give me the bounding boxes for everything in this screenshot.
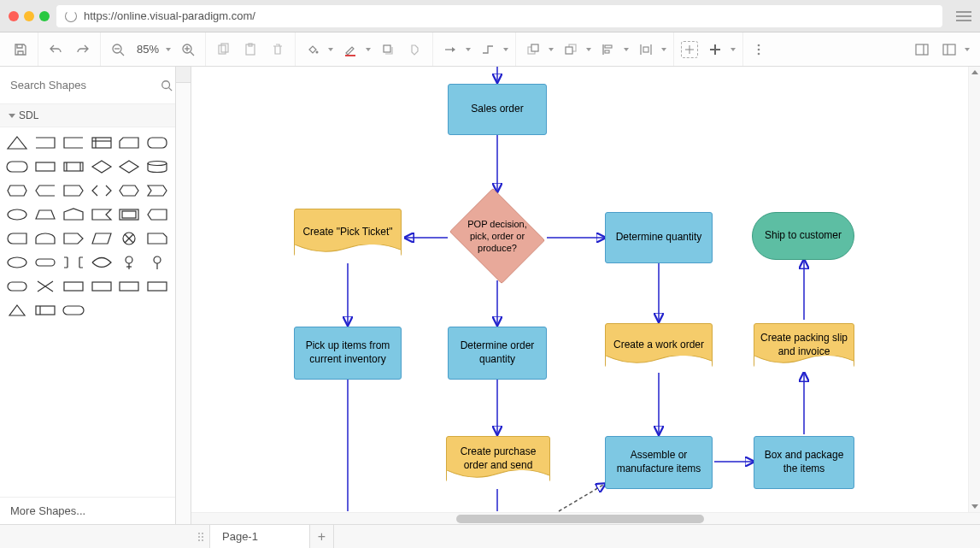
horizontal-scrollbar[interactable] <box>191 512 980 524</box>
format-painter-button[interactable] <box>405 39 425 60</box>
select-tool-button[interactable] <box>681 41 698 58</box>
window-close-button[interactable] <box>9 11 19 21</box>
shape-stadium[interactable] <box>33 254 57 271</box>
window-minimize-button[interactable] <box>24 11 34 21</box>
outline-panel-button[interactable] <box>939 39 959 60</box>
shape-triangle2[interactable] <box>5 302 29 319</box>
align-dropdown-icon[interactable] <box>624 48 629 51</box>
shape-diamond2[interactable] <box>117 158 141 175</box>
shape-rect3[interactable] <box>62 278 85 295</box>
node-det-order-qty[interactable]: Determine order quantity <box>448 327 547 380</box>
shape-tag-notch[interactable] <box>145 182 169 199</box>
copy-button[interactable] <box>213 39 233 60</box>
delete-button[interactable] <box>267 39 288 60</box>
line-color-button[interactable] <box>340 39 361 60</box>
shape-triangle[interactable] <box>5 134 29 151</box>
shape-diamond[interactable] <box>90 158 114 175</box>
page-tab[interactable]: Page-1 <box>210 525 310 548</box>
window-maximize-button[interactable] <box>39 11 50 21</box>
shape-tag-right[interactable] <box>62 182 85 199</box>
front-dropdown-icon[interactable] <box>549 48 554 51</box>
node-determine-qty[interactable]: Determine quantity <box>605 212 713 263</box>
node-packing-slip[interactable]: Create packing slip and invoice <box>754 323 854 368</box>
save-button[interactable] <box>10 39 31 60</box>
fill-color-button[interactable] <box>302 39 323 60</box>
shape-trapezoid[interactable] <box>33 206 57 223</box>
undo-button[interactable] <box>45 39 66 60</box>
distribute-dropdown-icon[interactable] <box>661 48 666 51</box>
shape-rect4[interactable] <box>90 278 114 295</box>
vertical-scrollbar[interactable] <box>968 67 980 512</box>
shape-rect-notch-left[interactable] <box>145 206 169 223</box>
shape-stadium-open[interactable] <box>5 230 29 247</box>
shape-display[interactable] <box>5 182 29 199</box>
shape-bracket-left[interactable] <box>33 182 57 199</box>
shadow-button[interactable] <box>378 39 398 60</box>
zoom-value[interactable]: 85% <box>135 43 161 56</box>
line-dropdown-icon[interactable] <box>366 48 371 51</box>
node-sales-order[interactable]: Sales order <box>448 84 547 135</box>
shape-female[interactable] <box>117 254 141 271</box>
shape-capsule[interactable] <box>5 278 29 295</box>
shape-library-header[interactable]: SDL <box>0 104 175 127</box>
shape-hex-pill[interactable] <box>62 302 85 319</box>
shape-ellipse2[interactable] <box>5 254 29 271</box>
shape-parallelogram[interactable] <box>90 230 114 247</box>
zoom-in-button[interactable] <box>178 39 198 60</box>
node-purchase-order[interactable]: Create purchase order and send <box>446 436 550 482</box>
shape-angle-brackets[interactable] <box>90 182 114 199</box>
back-dropdown-icon[interactable] <box>586 48 591 51</box>
node-pick-ticket[interactable]: Create "Pick Ticket" <box>294 209 402 256</box>
shape-hexagon[interactable] <box>117 182 141 199</box>
reload-icon[interactable] <box>65 10 77 22</box>
zoom-out-button[interactable] <box>108 39 128 60</box>
shape-double-box[interactable] <box>117 206 141 223</box>
shape-brackets[interactable] <box>62 254 85 271</box>
fill-dropdown-icon[interactable] <box>328 48 333 51</box>
insert-dropdown-icon[interactable] <box>731 48 736 51</box>
shape-rect-open-left[interactable] <box>62 134 85 151</box>
zoom-dropdown-icon[interactable] <box>166 48 171 51</box>
shape-predefined[interactable] <box>62 158 85 175</box>
url-bar[interactable]: https://online.visual-paradigm.com/ <box>56 5 942 27</box>
paste-button[interactable] <box>240 39 261 60</box>
node-pickup-items[interactable]: Pick up items from current inventory <box>294 327 402 380</box>
shape-box-notch[interactable] <box>145 230 169 247</box>
shape-flag-right[interactable] <box>90 206 114 223</box>
shape-rect-open-right[interactable] <box>33 134 57 151</box>
shape-card[interactable] <box>117 134 141 151</box>
more-shapes-button[interactable]: More Shapes... <box>0 497 175 524</box>
overflow-menu-button[interactable] <box>748 39 769 60</box>
connector-style-button[interactable] <box>440 39 461 60</box>
node-pop-decision[interactable]: POP decision, pick, order or produce? <box>446 193 549 279</box>
format-panel-button[interactable] <box>912 39 932 60</box>
waypoint-dropdown-icon[interactable] <box>503 48 508 51</box>
to-back-button[interactable] <box>560 39 581 60</box>
connector-dropdown-icon[interactable] <box>466 48 471 51</box>
browser-menu-button[interactable] <box>956 11 971 21</box>
align-button[interactable] <box>598 39 619 60</box>
add-page-button[interactable]: + <box>310 525 334 548</box>
shape-rect[interactable] <box>33 158 57 175</box>
shape-female2[interactable] <box>145 254 169 271</box>
search-icon[interactable] <box>157 80 176 91</box>
shape-rounded-rect[interactable] <box>145 134 169 151</box>
shape-rect6[interactable] <box>145 278 169 295</box>
redo-button[interactable] <box>73 39 93 60</box>
shape-ellipse[interactable] <box>5 206 29 223</box>
shape-arrow-home[interactable] <box>62 230 85 247</box>
shape-internal-storage[interactable] <box>90 134 114 151</box>
node-assemble[interactable]: Assemble or manufacture items <box>605 436 713 489</box>
to-front-button[interactable] <box>523 39 543 60</box>
shape-rect5[interactable] <box>117 278 141 295</box>
node-box-package[interactable]: Box and package the items <box>754 436 854 489</box>
insert-button[interactable] <box>705 39 725 60</box>
node-work-order[interactable]: Create a work order <box>605 323 713 368</box>
shape-divided-circle[interactable] <box>117 230 141 247</box>
search-input[interactable] <box>7 74 157 97</box>
waypoint-button[interactable] <box>478 39 498 60</box>
shape-pentagon-house[interactable] <box>62 206 85 223</box>
node-ship[interactable]: Ship to customer <box>752 212 854 260</box>
tab-menu-handle[interactable] <box>191 525 210 548</box>
shape-box-side[interactable] <box>33 302 57 319</box>
